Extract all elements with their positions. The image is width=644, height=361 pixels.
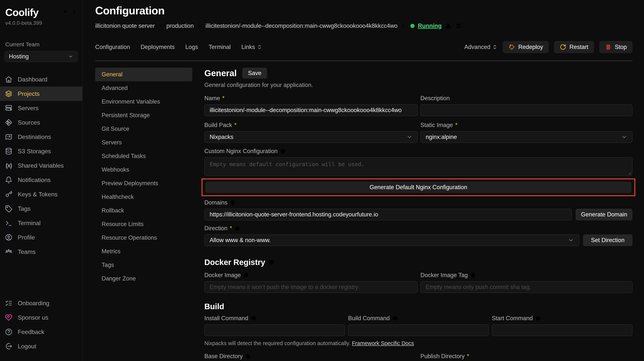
subnav-preview-deployments[interactable]: Preview Deployments [95, 177, 192, 190]
subnav-environment-variables[interactable]: Environment Variables [95, 95, 192, 109]
subnav-persistent-storage[interactable]: Persistent Storage [95, 109, 192, 122]
info-icon[interactable] [250, 315, 256, 321]
docker-image-label: Docker Image [204, 272, 241, 279]
breadcrumb-project[interactable]: illicitonion quote server [95, 23, 155, 29]
sidebar-item-logout[interactable]: Logout [0, 339, 82, 353]
app-version: v4.0.0-beta.399 [4, 20, 78, 26]
subnav-resource-operations[interactable]: Resource Operations [95, 231, 192, 245]
subnav-danger-zone[interactable]: Danger Zone [95, 272, 192, 285]
sidebar-item-notifications[interactable]: Notifications [0, 173, 82, 187]
build-command-label: Build Command [348, 315, 390, 322]
name-input[interactable] [204, 104, 418, 116]
static-image-select[interactable]: nginx:alpine [420, 131, 632, 143]
chevron-down-icon [68, 54, 74, 59]
subnav-servers[interactable]: Servers [95, 136, 192, 149]
theme-sun-icon[interactable] [62, 8, 69, 15]
save-button[interactable]: Save [242, 68, 267, 79]
chevrons-up-down-icon [492, 45, 498, 50]
nginx-config-label: Custom Nginx Configuration [204, 148, 278, 155]
sidebar-item-s3-storages[interactable]: S3 Storages [0, 144, 82, 158]
refresh-icon[interactable] [455, 23, 462, 29]
redeploy-button[interactable]: Redeploy [503, 41, 549, 53]
info-icon[interactable] [230, 200, 236, 206]
sidebar-item-onboarding[interactable]: Onboarding [0, 296, 82, 310]
base-directory-label: Base Directory [204, 353, 243, 360]
subnav-git-source[interactable]: Git Source [95, 122, 192, 136]
info-icon[interactable] [243, 272, 249, 278]
subnav-metrics[interactable]: Metrics [95, 245, 192, 258]
info-icon[interactable] [535, 315, 541, 321]
start-command-input[interactable] [492, 324, 632, 336]
generate-nginx-config-button[interactable]: Generate Default Nginx Configuration [205, 182, 632, 193]
nginx-config-textarea[interactable] [204, 157, 632, 176]
subnav-rollback[interactable]: Rollback [95, 204, 192, 217]
direction-select[interactable]: Allow www & non-www. [204, 234, 579, 246]
info-icon[interactable] [268, 259, 274, 265]
chevron-right-icon [158, 24, 163, 28]
advanced-dropdown[interactable]: Advanced [464, 44, 498, 51]
info-icon[interactable] [234, 225, 240, 231]
tab-configuration[interactable]: Configuration [95, 44, 130, 51]
name-label: Name [204, 95, 220, 102]
sidebar-item-tags[interactable]: Tags [0, 201, 82, 216]
generate-domain-button[interactable]: Generate Domain [576, 209, 632, 220]
key-icon [5, 191, 12, 198]
info-icon[interactable] [280, 148, 286, 154]
docker-registry-title: Docker Registry [204, 258, 265, 267]
sidebar-item-teams[interactable]: Teams [0, 245, 82, 259]
logout-icon [5, 342, 12, 350]
build-note: Nixpacks will detect the required config… [204, 340, 632, 346]
subnav-advanced[interactable]: Advanced [95, 81, 192, 95]
subnav-general[interactable]: General [95, 68, 192, 81]
breadcrumb-resource[interactable]: illicitestonion/-module--decomposition:m… [206, 23, 398, 29]
docker-image-tag-input[interactable] [420, 281, 632, 293]
sidebar-item-feedback[interactable]: Feedback [0, 325, 82, 339]
build-command-input[interactable] [348, 324, 489, 336]
restart-button[interactable]: Restart [554, 41, 594, 53]
home-icon [5, 76, 12, 83]
sidebar-item-sponsor[interactable]: Sponsor us [0, 310, 82, 325]
install-command-input[interactable] [204, 324, 345, 336]
build-pack-label: Build Pack [204, 122, 232, 129]
tab-terminal[interactable]: Terminal [209, 44, 231, 51]
info-icon[interactable] [392, 315, 398, 321]
docker-image-input[interactable] [204, 281, 418, 293]
sidebar-item-dashboard[interactable]: Dashboard [0, 72, 82, 87]
warning-triangle-icon[interactable] [445, 23, 452, 29]
domains-input[interactable] [204, 209, 572, 220]
framework-docs-link[interactable]: Framework Specific Docs [352, 340, 414, 346]
team-select-value: Hosting [9, 53, 29, 60]
subnav-scheduled-tasks[interactable]: Scheduled Tasks [95, 149, 192, 163]
toolbar: Advanced Redeploy Restart Stop [464, 41, 632, 53]
set-direction-button[interactable]: Set Direction [583, 234, 632, 246]
status-badge[interactable]: Running [418, 23, 442, 29]
sidebar-item-terminal[interactable]: Terminal [0, 216, 82, 230]
tab-deployments[interactable]: Deployments [140, 44, 175, 51]
tab-logs[interactable]: Logs [185, 44, 198, 51]
section-subtitle: General configuration for your applicati… [204, 82, 632, 89]
team-select[interactable]: Hosting [4, 51, 78, 62]
subnav-tags[interactable]: Tags [95, 258, 192, 272]
sidebar-item-shared-variables[interactable]: (x)Shared Variables [0, 158, 82, 173]
breadcrumb-environment[interactable]: production [166, 23, 194, 29]
main-content: Configuration illicitonion quote server … [82, 0, 644, 361]
info-icon[interactable] [470, 272, 476, 278]
tab-links[interactable]: Links [241, 44, 262, 51]
stop-button[interactable]: Stop [599, 41, 632, 53]
database-icon [5, 147, 12, 155]
info-icon[interactable] [245, 353, 251, 359]
description-input[interactable] [420, 104, 632, 116]
subnav-healthcheck[interactable]: Healthcheck [95, 190, 192, 204]
sidebar-item-servers[interactable]: Servers [0, 101, 82, 115]
subnav-resource-limits[interactable]: Resource Limits [95, 217, 192, 231]
theme-chevrons-icon[interactable] [72, 9, 77, 14]
subnav-webhooks[interactable]: Webhooks [95, 163, 192, 177]
build-pack-select[interactable]: Nixpacks [204, 131, 418, 143]
chevrons-up-down-icon [257, 45, 262, 50]
sidebar-item-keys-tokens[interactable]: Keys & Tokens [0, 187, 82, 201]
sidebar-item-profile[interactable]: Profile [0, 230, 82, 245]
sidebar-item-destinations[interactable]: Destinations [0, 130, 82, 144]
sidebar-item-sources[interactable]: Sources [0, 115, 82, 130]
help-circle-icon [5, 328, 12, 336]
sidebar-item-projects[interactable]: Projects [0, 87, 82, 101]
